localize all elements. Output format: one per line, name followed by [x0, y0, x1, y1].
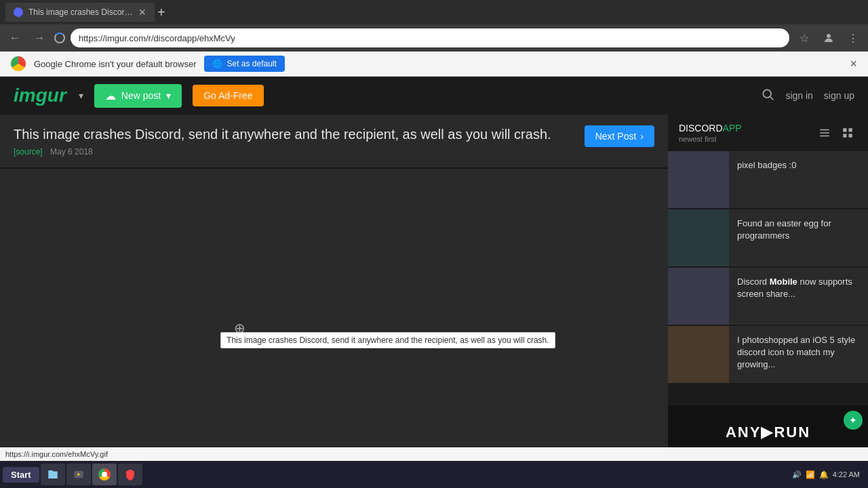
network-icon: 📶: [806, 470, 815, 479]
active-tab[interactable]: This image crashes Discord, send it ... …: [5, 3, 155, 22]
bookmark-button[interactable]: ☆: [795, 28, 814, 47]
set-default-button[interactable]: 🌐 Set as default: [204, 56, 284, 72]
forward-button[interactable]: →: [30, 28, 49, 47]
tab-favicon: [14, 7, 23, 17]
sign-up-link[interactable]: sign up: [824, 90, 854, 101]
tab-close-button[interactable]: ✕: [138, 7, 146, 18]
imgur-logo[interactable]: imgur: [14, 85, 66, 106]
post-title-area: This image crashes Discord, send it anyw…: [14, 125, 551, 157]
upload-cloud-icon: ☁: [105, 89, 116, 102]
status-url: https://i.imgur.com/ehxMcVy.gif: [5, 450, 108, 458]
sidebar-item-thumb-1: [668, 151, 729, 208]
sidebar-item-content-1: pixel badges :0: [729, 151, 868, 208]
browser-status-bar: https://i.imgur.com/ehxMcVy.gif: [0, 447, 868, 461]
systray: 🔊 📶 🔔 4:22 AM: [787, 470, 865, 479]
sidebar-item-content-4: I photoshopped an iOS 5 style discord ic…: [729, 326, 868, 383]
sidebar-item-title-1: pixel badges :0: [737, 159, 860, 171]
go-ad-free-button[interactable]: Go Ad-Free: [193, 85, 263, 106]
tab-bar: This image crashes Discord, send it ... …: [0, 0, 868, 24]
taskbar-explorer-button[interactable]: [41, 464, 65, 485]
post-area: This image crashes Discord, send it anyw…: [0, 115, 668, 483]
notification-tray-icon: 🔔: [819, 470, 829, 479]
sidebar-title: DISCORDAPP: [679, 123, 742, 134]
anyrun-plus-icon: ✦: [844, 411, 863, 430]
taskbar-media-button[interactable]: [66, 464, 91, 485]
post-image-area[interactable]: ⊕ This image crashes Discord, send it an…: [0, 169, 668, 483]
chrome-menu-button[interactable]: ⋮: [844, 28, 863, 47]
svg-rect-6: [843, 128, 846, 131]
sidebar-header: DISCORDAPP newest first: [668, 115, 868, 151]
sidebar-item-thumb-4: [668, 326, 729, 383]
sidebar-items: pixel badges :0 Found an easter egg for …: [668, 151, 868, 405]
start-button[interactable]: Start: [3, 467, 39, 483]
post-meta: [source] May 6 2018: [14, 147, 551, 157]
main-content: This image crashes Discord, send it anyw…: [0, 115, 868, 483]
svg-rect-7: [849, 128, 852, 131]
taskbar: Start 🔊 📶 🔔 4:22 AM: [0, 461, 868, 488]
post-image: [0, 169, 668, 483]
svg-rect-9: [849, 134, 852, 138]
chrome-icon: [11, 56, 26, 71]
sidebar: DISCORDAPP newest first pixel badges :0: [668, 115, 868, 483]
list-view-button[interactable]: [815, 123, 834, 142]
sidebar-subtitle: newest first: [679, 135, 742, 143]
search-button[interactable]: [761, 87, 774, 104]
tab-title: This image crashes Discord, send it ...: [28, 7, 133, 17]
image-tooltip: This image crashes Discord, send it anyw…: [220, 332, 555, 348]
svg-point-1: [764, 89, 772, 98]
svg-rect-3: [820, 129, 829, 131]
sidebar-title-area: DISCORDAPP newest first: [679, 123, 742, 143]
svg-line-2: [770, 96, 774, 100]
imgur-header: imgur ▾ ☁ New post ▾ Go Ad-Free sign in …: [0, 77, 868, 115]
sidebar-item-pixel-badges[interactable]: pixel badges :0: [668, 151, 868, 208]
logo-dropdown-caret[interactable]: ▾: [79, 90, 83, 101]
post-header: This image crashes Discord, send it anyw…: [0, 115, 668, 167]
sign-in-link[interactable]: sign in: [785, 90, 812, 101]
post-source-link[interactable]: [source]: [14, 147, 43, 157]
taskbar-shield-button[interactable]: [118, 464, 142, 485]
sidebar-item-ios-icon[interactable]: I photoshopped an iOS 5 style discord ic…: [668, 326, 868, 383]
sidebar-item-screen-share[interactable]: Discord Mobile now supports screen share…: [668, 268, 868, 325]
sidebar-item-title-3: Discord Mobile now supports screen share…: [737, 276, 860, 300]
svg-point-0: [827, 34, 831, 38]
set-default-globe-icon: 🌐: [212, 59, 222, 68]
new-tab-button[interactable]: +: [157, 5, 165, 20]
back-button[interactable]: ←: [5, 28, 24, 47]
post-title: This image crashes Discord, send it anyw…: [14, 125, 551, 143]
next-post-button[interactable]: Next Post ›: [585, 125, 654, 147]
sidebar-item-content-3: Discord Mobile now supports screen share…: [729, 268, 868, 325]
anyrun-text: ANY▶RUN: [726, 424, 810, 441]
sidebar-item-title-2: Found an easter egg for programmers: [737, 218, 860, 242]
volume-icon: 🔊: [792, 470, 802, 479]
taskbar-chrome-button[interactable]: [92, 464, 117, 485]
loading-spinner: [54, 33, 65, 43]
svg-rect-5: [820, 136, 829, 137]
notification-bar: Google Chrome isn't your default browser…: [0, 52, 868, 77]
sidebar-item-content-2: Found an easter egg for programmers: [729, 209, 868, 266]
sidebar-item-easter-egg[interactable]: Found an easter egg for programmers: [668, 209, 868, 266]
sidebar-item-thumb-2: [668, 209, 729, 266]
notification-text: Google Chrome isn't your default browser: [34, 59, 196, 69]
sidebar-item-thumb-3: [668, 268, 729, 325]
address-bar-row: ← → ☆ ⋮: [0, 24, 868, 52]
grid-view-button[interactable]: [838, 123, 857, 142]
svg-rect-4: [820, 132, 829, 134]
svg-rect-8: [843, 134, 846, 138]
new-post-button[interactable]: ☁ New post ▾: [94, 84, 182, 108]
next-post-chevron-icon: ›: [640, 131, 644, 142]
post-date: May 6 2018: [50, 147, 93, 157]
sidebar-view-buttons: [815, 123, 857, 142]
profile-button[interactable]: [819, 28, 838, 47]
sidebar-item-title-4: I photoshopped an iOS 5 style discord ic…: [737, 334, 860, 371]
address-input[interactable]: [71, 28, 789, 47]
notification-close-button[interactable]: ×: [850, 57, 857, 71]
taskbar-time: 4:22 AM: [833, 470, 860, 479]
new-post-dropdown-caret: ▾: [166, 90, 171, 101]
